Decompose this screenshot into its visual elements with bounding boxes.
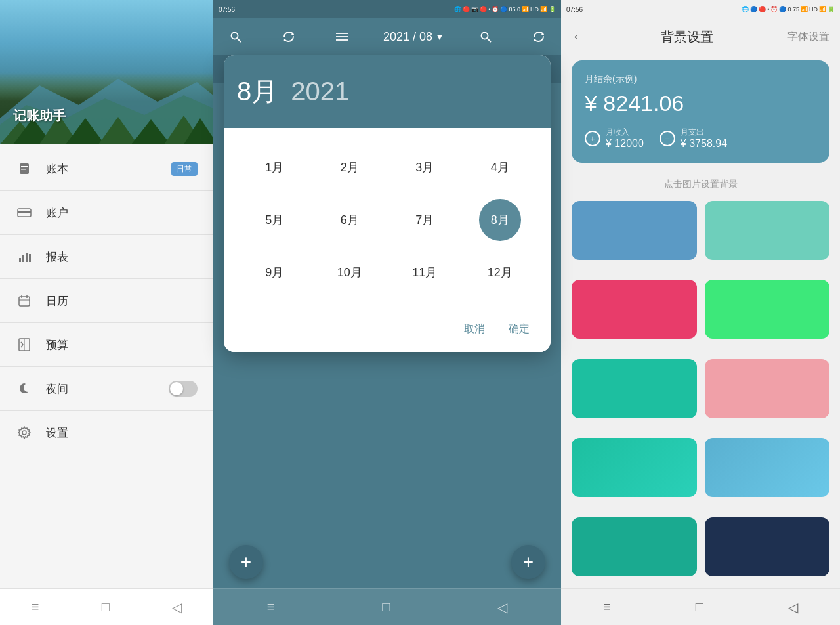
time-3: 07:56 [566,6,583,13]
nav-back-icon-2[interactable]: ◁ [497,599,507,615]
income-icon: + [585,131,600,146]
divider-4 [0,322,213,323]
menu-icon-2[interactable] [330,25,354,49]
divider-2 [0,234,213,235]
calendar-date-selector[interactable]: 2021 / 08 ▼ [383,30,444,44]
calendar-toolbar: 2021 / 08 ▼ [213,18,561,55]
month-cell-5[interactable]: 5月 [253,199,295,241]
divider-1 [0,190,213,191]
color-swatch-teal-light[interactable] [705,201,830,260]
sidebar-label-account: 账户 [46,205,198,221]
sidebar-panel: 07:55 🌐 🔴 📷 📧 ◉ • ⏰ 🔵 1.00 📶 HD 📶 🔋 [0,0,213,625]
month-cell-6[interactable]: 6月 [329,199,371,241]
svg-rect-12 [21,169,26,170]
month-cell-9[interactable]: 9月 [253,251,295,293]
month-grid: 1月2月3月4月5月6月7月8月9月10月11月12月 [224,128,551,312]
svg-point-26 [232,33,238,39]
mountain-svg [0,66,213,144]
month-cell-7[interactable]: 7月 [404,199,446,241]
color-swatch-blue-gradient[interactable] [705,438,830,497]
sidebar-label-calendar: 日历 [46,293,198,309]
month-cell-2[interactable]: 2月 [329,146,371,188]
status-icons-3: 🌐 🔵 🔴 • ⏰ 🔵 0.75 📶 HD 📶 🔋 [742,6,835,12]
cancel-button[interactable]: 取消 [459,320,490,339]
sidebar-item-night[interactable]: 夜间 [0,370,213,408]
color-swatch-navy[interactable] [705,517,830,576]
sidebar-label-settings: 设置 [46,425,198,441]
bg-settings-toolbar: ← 背景设置 字体设置 [561,18,840,55]
svg-line-27 [238,39,242,43]
month-cell-1[interactable]: 1月 [253,146,295,188]
account-icon [16,204,33,221]
preview-card: 月结余(示例) ¥ 8241.06 + 月收入 ¥ 12000 − 月支出 ¥ … [572,60,830,163]
refresh-icon-2b[interactable] [527,25,551,49]
income-text: 月收入 ¥ 12000 [606,127,644,150]
nav-menu-icon-1[interactable]: ≡ [32,599,39,614]
color-grid [561,201,840,588]
fab-container: + + [213,545,561,579]
bottom-nav-1: ≡ □ ◁ [0,588,213,625]
month-picker-dialog: 8月 2021 1月2月3月4月5月6月7月8月9月10月11月12月 取消 确… [224,55,551,352]
fab-add-left[interactable]: + [229,545,263,579]
expense-col: − 月支出 ¥ 3758.94 [660,127,727,150]
month-cell-8[interactable]: 8月 [479,199,521,241]
sidebar-item-report[interactable]: 报表 [0,238,213,276]
svg-line-34 [487,39,491,43]
color-swatch-teal-dark[interactable] [572,517,697,576]
time-2: 07:56 [219,6,235,13]
ledger-icon [16,160,33,177]
month-cell-11[interactable]: 11月 [404,251,446,293]
color-swatch-pink-light[interactable] [705,359,830,418]
expense-value: ¥ 3758.94 [681,138,727,150]
nav-home-icon-1[interactable]: □ [102,599,110,614]
sidebar-label-report: 报表 [46,249,198,265]
nav-menu-icon-2[interactable]: ≡ [267,599,275,614]
divider-3 [0,278,213,279]
color-swatch-green-bright[interactable] [705,280,830,339]
preview-card-title: 月结余(示例) [585,74,816,85]
nav-back-icon-1[interactable]: ◁ [172,599,182,615]
month-cell-10[interactable]: 10月 [329,251,371,293]
fab-add-right[interactable]: + [511,545,545,579]
svg-rect-15 [19,258,21,262]
confirm-button[interactable]: 确定 [503,320,535,339]
income-value: ¥ 12000 [606,138,644,150]
month-picker-actions: 取消 确定 [224,312,551,352]
refresh-icon-2[interactable] [277,25,301,49]
nav-back-icon-3[interactable]: ◁ [788,599,798,615]
color-swatch-teal-mid[interactable] [572,359,697,418]
svg-rect-17 [26,253,28,262]
dropdown-arrow: ▼ [435,32,444,42]
search-icon-2b[interactable] [474,25,497,49]
sidebar-item-settings[interactable]: 设置 [0,414,213,452]
month-cell-4[interactable]: 4月 [479,146,521,188]
color-swatch-blue[interactable] [572,201,697,260]
nav-home-icon-3[interactable]: □ [696,599,704,614]
status-icons-2: 🌐 🔴 📷 🔴 • ⏰ 🔵 85.0 📶 HD 📶 🔋 [454,6,556,12]
nav-home-icon-2[interactable]: □ [382,599,390,614]
preview-card-amount: ¥ 8241.06 [585,91,816,116]
sidebar-label-ledger: 账本 [46,162,171,177]
page-title-3: 背景设置 [661,28,713,46]
night-mode-toggle[interactable] [169,381,198,397]
svg-point-25 [22,431,26,435]
background-settings-panel: 07:56 🌐 🔵 🔴 • ⏰ 🔵 0.75 📶 HD 📶 🔋 ← 背景设置 字… [561,0,840,625]
back-button[interactable]: ← [572,28,586,45]
color-swatch-pink-hot[interactable] [572,280,697,339]
sidebar-item-calendar[interactable]: 日历 [0,282,213,320]
sidebar-item-account[interactable]: 账户 [0,194,213,232]
sidebar-item-budget[interactable]: 预算 [0,326,213,364]
month-cell-3[interactable]: 3月 [404,146,446,188]
settings-icon [16,424,33,441]
sidebar-item-ledger[interactable]: 账本 日常 [0,150,213,188]
selected-month-display: 8月 [237,74,278,110]
nav-menu-icon-3[interactable]: ≡ [603,599,611,614]
color-swatch-teal-gradient[interactable] [572,438,697,497]
search-icon-2[interactable] [224,25,247,49]
svg-rect-16 [22,255,24,262]
selected-year-display: 2021 [291,77,349,106]
month-cell-12[interactable]: 12月 [479,251,521,293]
expense-icon: − [660,131,675,146]
font-settings-link[interactable]: 字体设置 [788,30,830,44]
sidebar-menu: 账本 日常 账户 报表 日历 [0,144,213,588]
